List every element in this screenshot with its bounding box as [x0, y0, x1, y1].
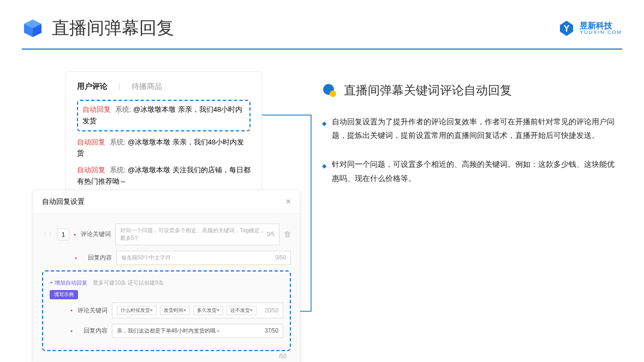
- keyword-label: 评论关键词: [80, 230, 111, 238]
- system-label: 系统:: [115, 105, 132, 113]
- index-box: 1: [57, 228, 69, 240]
- content-label: 回复内容: [81, 254, 112, 262]
- content-input[interactable]: 每条限50个中文字符 0/50: [116, 251, 291, 265]
- example-badge: 填写示例: [50, 290, 78, 299]
- tags-container: 什么时候发货× 发货时间× 多久发货× 还不发货×: [117, 306, 258, 315]
- diamond-icon: ◆: [322, 161, 326, 185]
- system-label: 系统:: [110, 138, 126, 146]
- comment-row: 自动回复 系统: @冰墩墩本墩 关注我们的店铺，每日都有热门推荐呦～: [77, 165, 251, 188]
- trash-icon[interactable]: 🗑: [284, 230, 291, 238]
- example-content-row: • 回复内容 亲，我们这边都是下单48小时内发货的哦～ 37/50: [50, 324, 283, 338]
- comment-row: 自动回复 系统: @冰墩墩本墩 亲亲，我们48小时内发货: [82, 104, 245, 127]
- tag[interactable]: 什么时候发货×: [117, 306, 157, 315]
- tab-pending-products[interactable]: 待播商品: [132, 82, 162, 92]
- keyword-placeholder: 对同一个问题，可设置多个相近、高频的关键词，Tag确定，最多5个: [120, 227, 267, 242]
- required-dot: •: [70, 307, 73, 313]
- tab-user-comments[interactable]: 用户评论: [77, 82, 108, 92]
- tag[interactable]: 发货时间×: [160, 306, 190, 315]
- section-title: 直播间弹幕关键词评论自动回复: [344, 82, 512, 99]
- content-placeholder: 每条限50个中文字符: [121, 254, 171, 262]
- page-header: 直播间弹幕回复 Y 昱新科技 YUUXIN.COM: [0, 0, 644, 49]
- bottom-count: /50: [42, 351, 291, 359]
- logo-cn-text: 昱新科技: [580, 21, 622, 31]
- add-hint: 最多可建10条 还可以创建9条: [93, 280, 163, 286]
- auto-reply-label: 自动回复: [77, 166, 105, 174]
- required-dot: •: [75, 255, 77, 261]
- logo-icon: Y: [558, 20, 575, 37]
- auto-reply-label: 自动回复: [77, 138, 105, 146]
- highlighted-comment: 自动回复 系统: @冰墩墩本墩 亲亲，我们48小时内发货: [77, 100, 251, 131]
- example-content-text: 亲，我们这边都是下单48小时内发货的哦～: [117, 327, 221, 335]
- tab-divider: |: [118, 82, 121, 92]
- comment-row: 自动回复 系统: @冰墩墩本墩 亲亲，我们48小时内发货: [77, 137, 251, 160]
- bullet-text: 自动回复设置为了提升作者的评论回复效率，作者可在开播前针对常见的评论用户问题，提…: [332, 115, 617, 142]
- page-title: 直播间弹幕回复: [52, 16, 174, 40]
- svg-text:Y: Y: [564, 24, 570, 33]
- content-row: • 回复内容 每条限50个中文字符 0/50: [42, 251, 291, 265]
- brand-logo: Y 昱新科技 YUUXIN.COM: [558, 20, 622, 37]
- diamond-icon: ◆: [322, 118, 326, 142]
- content-count: 0/50: [276, 255, 286, 261]
- close-icon[interactable]: ×: [286, 197, 291, 207]
- bullet-item: ◆ 自动回复设置为了提升作者的评论回复效率，作者可在开播前针对常见的评论用户问题…: [322, 115, 617, 142]
- add-auto-reply-link[interactable]: + 增加自动回复: [50, 280, 87, 286]
- example-content-count: 37/50: [265, 328, 278, 334]
- bullet-item: ◆ 针对同一个问题，可设置多个相近的、高频的关键词。例如：这款多少钱、这块能优惠…: [322, 158, 617, 185]
- keyword-row: ⋮⋮ 1 • 评论关键词 对同一个问题，可设置多个相近、高频的关键词，Tag确定…: [42, 224, 291, 245]
- bullet-text: 针对同一个问题，可设置多个相近的、高频的关键词。例如：这款多少钱、这块能优惠吗、…: [332, 158, 617, 185]
- logo-en-text: YUUXIN.COM: [580, 30, 622, 35]
- tag[interactable]: 还不发货×: [226, 306, 257, 315]
- section-header: 直播间弹幕关键词评论自动回复: [322, 82, 617, 99]
- settings-header: 自动回复设置 ×: [33, 190, 300, 214]
- example-panel: + 增加自动回复 最多可建10条 还可以创建9条 填写示例 • 评论关键词 什么…: [42, 270, 291, 351]
- keyword-input[interactable]: 对同一个问题，可设置多个相近、高频的关键词，Tag确定，最多5个 0/5: [115, 224, 279, 245]
- example-keyword-row: • 评论关键词 什么时候发货× 发货时间× 多久发货× 还不发货× 20/50: [50, 303, 283, 318]
- comment-panel: 用户评论 | 待播商品 自动回复 系统: @冰墩墩本墩 亲亲，我们48小时内发货…: [65, 71, 262, 203]
- keyword-count: 0/5: [267, 231, 275, 237]
- drag-handle-icon[interactable]: ⋮⋮: [42, 231, 53, 237]
- svg-point-5: [330, 90, 336, 97]
- example-content-input[interactable]: 亲，我们这边都是下单48小时内发货的哦～ 37/50: [112, 324, 283, 338]
- tabs: 用户评论 | 待播商品: [77, 82, 251, 92]
- settings-title: 自动回复设置: [42, 197, 85, 207]
- cube-icon: [22, 17, 44, 39]
- chat-bubble-icon: [322, 83, 337, 98]
- screenshots-column: 用户评论 | 待播商品 自动回复 系统: @冰墩墩本墩 亲亲，我们48小时内发货…: [33, 71, 300, 362]
- required-dot: •: [74, 231, 76, 238]
- tag-count: 20/50: [265, 307, 278, 313]
- example-kw-input[interactable]: 什么时候发货× 发货时间× 多久发货× 还不发货× 20/50: [112, 303, 283, 318]
- example-content-label: 回复内容: [77, 327, 108, 335]
- required-dot: •: [70, 328, 73, 334]
- tag[interactable]: 多久发货×: [193, 306, 223, 315]
- system-label: 系统:: [110, 166, 126, 174]
- description-column: 直播间弹幕关键词评论自动回复 ◆ 自动回复设置为了提升作者的评论回复效率，作者可…: [322, 71, 617, 362]
- settings-panel: 自动回复设置 × ⋮⋮ 1 • 评论关键词 对同一个问题，可设置多个相近、高频的…: [33, 190, 300, 362]
- auto-reply-label: 自动回复: [82, 105, 111, 113]
- example-kw-label: 评论关键词: [77, 306, 108, 315]
